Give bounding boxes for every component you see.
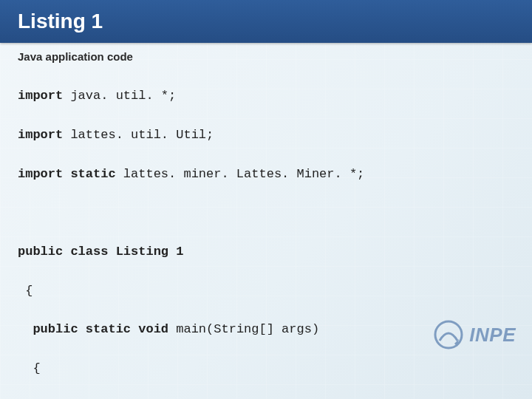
- class-name: Listing 1: [108, 245, 183, 259]
- code-line: public class Listing 1: [18, 242, 514, 262]
- blank-line: [18, 203, 514, 222]
- keyword: static: [63, 167, 115, 181]
- keyword: public: [18, 245, 63, 259]
- keyword: import: [18, 167, 63, 181]
- code-text: [18, 322, 33, 336]
- keyword: void: [131, 322, 168, 336]
- code-line: import java. util. *;: [18, 86, 514, 106]
- subtitle: Java application code: [0, 43, 532, 64]
- code-line: import lattes. util. Util;: [18, 126, 514, 145]
- keyword: public: [33, 322, 78, 336]
- code-line: import static lattes. miner. Lattes. Min…: [18, 165, 514, 184]
- keyword: static: [78, 322, 131, 336]
- code-line: {: [18, 282, 514, 301]
- code-text: lattes. miner. Lattes. Miner. *;: [116, 167, 365, 181]
- code-line: public static void main(String[] args): [18, 320, 514, 339]
- code-text: main(String[] args): [168, 322, 319, 336]
- keyword: class: [63, 245, 108, 259]
- code-block: import java. util. *; import lattes. uti…: [0, 64, 532, 399]
- code-text: java. util. *;: [63, 89, 176, 103]
- title-bar: Listing 1: [0, 0, 532, 43]
- page-title: Listing 1: [18, 10, 103, 33]
- code-text: lattes. util. Util;: [63, 128, 214, 142]
- code-line: {: [18, 359, 514, 378]
- keyword: import: [18, 128, 63, 142]
- keyword: import: [18, 89, 63, 103]
- slide: Listing 1 Java application code import j…: [0, 0, 532, 399]
